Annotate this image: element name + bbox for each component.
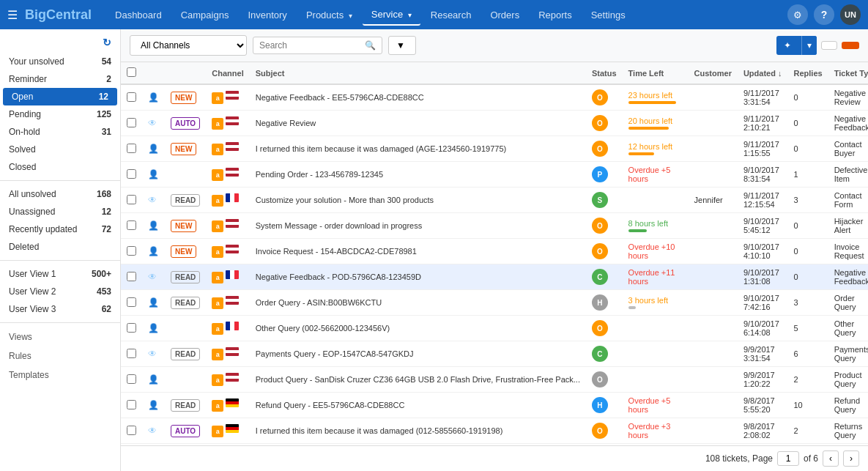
row-checkbox[interactable] bbox=[127, 374, 136, 384]
search-input[interactable] bbox=[259, 40, 362, 51]
row-subject-cell[interactable]: Other Query (002-5662000-123456V) bbox=[250, 316, 586, 341]
row-checkbox[interactable] bbox=[127, 144, 136, 153]
row-checkbox[interactable] bbox=[127, 195, 136, 204]
nav-products[interactable]: Products ▾ bbox=[297, 5, 361, 25]
table-row[interactable]: 👁 AUTO a Negative Review O 20 hours left… bbox=[121, 111, 868, 136]
row-subject-cell[interactable]: Negative Review bbox=[250, 111, 586, 136]
sidebar-item-open[interactable]: Open 12 bbox=[3, 88, 117, 105]
row-updated-cell: 9/9/2017 1:20:22 bbox=[738, 367, 788, 393]
nav-inventory[interactable]: Inventory bbox=[239, 5, 295, 25]
table-row[interactable]: 👤 a Other Query (002-5662000-123456V) O … bbox=[121, 316, 868, 341]
page-number-input[interactable] bbox=[777, 451, 799, 466]
row-subject-cell[interactable]: Customize your solution - More than 300 … bbox=[250, 188, 586, 213]
col-subject[interactable]: Subject bbox=[250, 62, 586, 84]
sidebar-item-solved[interactable]: Solved bbox=[0, 141, 120, 158]
next-page-button[interactable]: › bbox=[843, 450, 859, 467]
table-row[interactable]: 👁 READ a Payments Query - EOP-1547CA8-54… bbox=[121, 341, 868, 367]
select-all-checkbox[interactable] bbox=[127, 67, 136, 77]
row-channel-cell: a bbox=[206, 341, 249, 367]
sidebar-item-your-unsolved[interactable]: Your unsolved 54 bbox=[0, 53, 120, 70]
sidebar-templates-link[interactable]: Templates bbox=[0, 366, 120, 385]
col-ticket-type: Ticket Type bbox=[828, 62, 868, 84]
row-status-cell: H bbox=[586, 393, 623, 418]
table-row[interactable]: 👁 READ a Customize your solution - More … bbox=[121, 188, 868, 213]
row-channel-cell: a bbox=[206, 111, 249, 136]
col-updated[interactable]: Updated ↓ bbox=[738, 62, 788, 84]
row-subject-cell[interactable]: Negative Feedback - EE5-5796CA8-CDE88CC bbox=[250, 84, 586, 111]
sidebar-item-deleted[interactable]: Deleted bbox=[0, 238, 120, 256]
table-row[interactable]: 👤 READ a Refund Query - EE5-5796CA8-CDE8… bbox=[121, 393, 868, 418]
row-subject-cell[interactable]: Pending Order - 123-456789-12345 bbox=[250, 162, 586, 188]
sidebar-item-reminder[interactable]: Reminder 2 bbox=[0, 70, 120, 88]
nav-reports[interactable]: Reports bbox=[530, 5, 581, 25]
row-subject-cell[interactable]: I returned this item because it was dama… bbox=[250, 136, 586, 162]
table-row[interactable]: 👤 READ a Order Query - ASIN:B00BW6KCTU H… bbox=[121, 290, 868, 316]
table-row[interactable]: 👤 NEW a Negative Feedback - EE5-5796CA8-… bbox=[121, 84, 868, 111]
row-subject-cell[interactable]: Payments Query - EOP-1547CA8-547GKDJ bbox=[250, 341, 586, 367]
service-chevron-icon: ▾ bbox=[408, 11, 412, 19]
nav-dashboard[interactable]: Dashboard bbox=[106, 5, 171, 25]
row-checkbox[interactable] bbox=[127, 118, 136, 127]
row-tag-cell bbox=[165, 367, 206, 393]
subject-text: Payments Query - EOP-1547CA8-547GKDJ bbox=[256, 349, 414, 358]
nav-service[interactable]: Service ▾ bbox=[363, 4, 420, 26]
row-status-cell: S bbox=[586, 188, 623, 213]
display-button[interactable] bbox=[821, 41, 837, 50]
row-subject-cell[interactable]: System Message - order download in progr… bbox=[250, 213, 586, 239]
refresh-icon[interactable]: ↻ bbox=[103, 37, 111, 48]
row-ticket-type-cell: Hijacker Alert bbox=[828, 213, 868, 239]
sidebar-item-user-view-3[interactable]: User View 3 62 bbox=[0, 300, 120, 318]
row-checkbox[interactable] bbox=[127, 92, 136, 102]
row-subject-cell[interactable]: Product Query - SanDisk Cruzer CZ36 64GB… bbox=[250, 367, 586, 393]
nav-orders[interactable]: Orders bbox=[481, 5, 528, 25]
table-row[interactable]: 👁 READ a Negative Feedback - POD-5796CA8… bbox=[121, 264, 868, 290]
country-flag bbox=[226, 168, 239, 177]
table-row[interactable]: 👤 NEW a I returned this item because it … bbox=[121, 136, 868, 162]
row-checkbox[interactable] bbox=[127, 246, 136, 256]
sidebar-rules-link[interactable]: Rules bbox=[0, 346, 120, 366]
table-row[interactable]: 👤 a Product Query - SanDisk Cruzer CZ36 … bbox=[121, 367, 868, 393]
help-icon[interactable]: ? bbox=[814, 4, 834, 25]
sidebar-item-unassigned[interactable]: Unassigned 12 bbox=[0, 203, 120, 220]
row-status-cell: O bbox=[586, 367, 623, 393]
row-replies-cell: 6 bbox=[787, 341, 828, 367]
nav-campaigns[interactable]: Campaigns bbox=[172, 5, 238, 25]
user-avatar[interactable]: UN bbox=[840, 4, 861, 25]
filter-button[interactable]: ▼ bbox=[388, 36, 416, 55]
row-checkbox[interactable] bbox=[127, 426, 136, 435]
sidebar-item-recently-updated[interactable]: Recently updated 72 bbox=[0, 220, 120, 238]
table-row[interactable]: 👤 a Pending Order - 123-456789-12345 P O… bbox=[121, 162, 868, 188]
channel-select[interactable]: All Channels bbox=[130, 35, 247, 56]
row-checkbox[interactable] bbox=[127, 220, 136, 230]
table-row[interactable]: 👁 AUTO a I returned this item because it… bbox=[121, 418, 868, 444]
row-tag-cell: READ bbox=[165, 264, 206, 290]
row-subject-cell[interactable]: Negative Feedback - POD-5796CA8-123459D bbox=[250, 264, 586, 290]
sidebar-views-link[interactable]: Views bbox=[0, 327, 120, 346]
row-subject-cell[interactable]: Order Query - ASIN:B00BW6KCTU bbox=[250, 290, 586, 316]
row-checkbox[interactable] bbox=[127, 297, 136, 307]
row-checkbox[interactable] bbox=[127, 349, 136, 358]
table-row[interactable]: 👤 NEW a Invoice Request - 154-ABCDCA2-CD… bbox=[121, 239, 868, 264]
hamburger-menu[interactable]: ☰ bbox=[7, 8, 18, 22]
sidebar-item-all-unsolved[interactable]: All unsolved 168 bbox=[0, 185, 120, 203]
nav-research[interactable]: Research bbox=[422, 5, 481, 25]
table-row[interactable]: 👤 NEW a System Message - order download … bbox=[121, 213, 868, 239]
nav-settings[interactable]: Settings bbox=[582, 5, 634, 25]
add-ticket-dropdown-icon[interactable]: ▾ bbox=[801, 36, 817, 55]
sidebar-item-on-hold[interactable]: On-hold 31 bbox=[0, 123, 120, 141]
row-checkbox[interactable] bbox=[127, 400, 136, 409]
sidebar-item-pending[interactable]: Pending 125 bbox=[0, 105, 120, 123]
add-ticket-button[interactable]: ✦ ▾ bbox=[776, 36, 817, 55]
sidebar-item-user-view-2[interactable]: User View 2 453 bbox=[0, 283, 120, 300]
row-checkbox[interactable] bbox=[127, 272, 136, 281]
row-checkbox[interactable] bbox=[127, 323, 136, 333]
settings-icon[interactable]: ⚙ bbox=[787, 4, 808, 25]
learn-button[interactable] bbox=[842, 42, 859, 49]
sidebar-item-closed[interactable]: Closed bbox=[0, 158, 120, 176]
sidebar-item-user-view-1[interactable]: User View 1 500+ bbox=[0, 265, 120, 283]
row-subject-cell[interactable]: Refund Query - EE5-5796CA8-CDE88CC bbox=[250, 393, 586, 418]
row-checkbox[interactable] bbox=[127, 169, 136, 179]
row-subject-cell[interactable]: I returned this item because it was dama… bbox=[250, 418, 586, 444]
row-subject-cell[interactable]: Invoice Request - 154-ABCDCA2-CDE78981 bbox=[250, 239, 586, 264]
prev-page-button[interactable]: ‹ bbox=[823, 450, 839, 467]
